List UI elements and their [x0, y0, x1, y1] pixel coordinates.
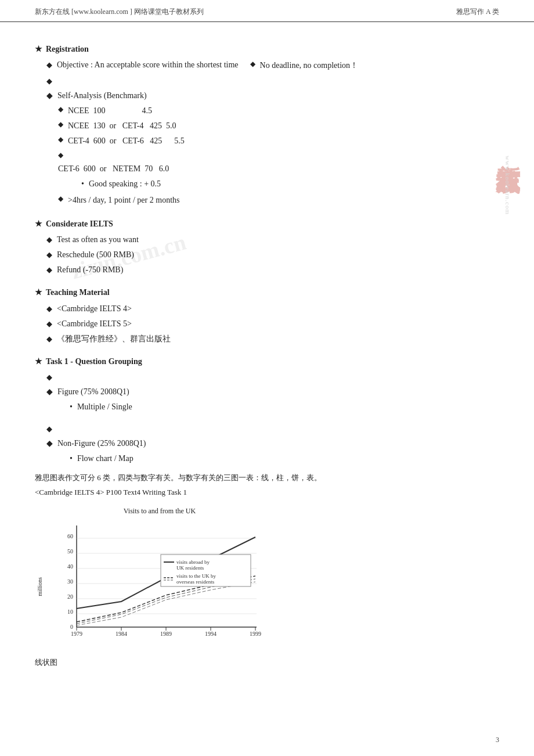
page-number: 3: [496, 736, 499, 744]
list-item: ◆ Figure (75% 2008Q1) Multiple / Single: [35, 370, 499, 415]
svg-text:1989: 1989: [160, 631, 172, 637]
svg-text:overseas residents: overseas residents: [176, 579, 215, 585]
list-item: CET-4 600 or CET-6 425 5.5: [58, 134, 185, 148]
header-left: 新东方在线 [www.koolearn.com ] 网络课堂电子教材系列: [35, 7, 204, 17]
chart-container: Visits to and from the UK millions 0 10 …: [35, 505, 284, 654]
task1-nonfigure-list: ◆ Non-Figure (25% 2008Q1) Flow chart / M…: [35, 422, 499, 466]
list-item: Test as often as you want: [35, 232, 499, 247]
chart-reference: <Cambridge IELTS 4> P100 Text4 Writing T…: [35, 485, 499, 499]
svg-text:50: 50: [67, 548, 73, 555]
list-item: Multiple / Single: [70, 399, 132, 414]
list-item: 《雅思写作胜经》、群言出版社: [35, 332, 499, 346]
section-considerate: ★ Considerate IELTS: [35, 217, 499, 231]
svg-text:1984: 1984: [116, 631, 127, 637]
chart-description: 雅思图表作文可分 6 类，四类与数字有关。与数字有关的三图一表：线，柱，饼，表。: [35, 471, 499, 484]
list-item: ◆ Non-Figure (25% 2008Q1) Flow chart / M…: [35, 422, 499, 466]
considerate-list: Test as often as you want Reschedule (50…: [35, 232, 499, 278]
list-item: NCEE 100 4.5: [58, 103, 185, 118]
svg-text:30: 30: [67, 578, 73, 585]
svg-text:10: 10: [67, 609, 73, 615]
svg-text:1999: 1999: [250, 631, 261, 637]
main-content: ★ Registration Objective : An acceptable…: [0, 22, 534, 681]
self-analysis-list: ◆ Self-Analysis (Benchmark) NCEE 100 4.5…: [35, 74, 499, 208]
svg-text:1979: 1979: [71, 631, 82, 637]
list-item: Reschedule (500 RMB): [35, 247, 499, 262]
task1-list: ◆ Figure (75% 2008Q1) Multiple / Single: [35, 370, 499, 415]
list-item: Objective : An acceptable score within t…: [35, 57, 499, 73]
svg-text:60: 60: [67, 533, 73, 539]
svg-text:visits to the UK by: visits to the UK by: [176, 573, 217, 579]
section-task1: ★ Task 1 - Question Grouping: [35, 354, 499, 369]
svg-text:20: 20: [67, 593, 73, 600]
list-item: ◆ Self-Analysis (Benchmark) NCEE 100 4.5…: [35, 74, 499, 208]
chart-title: Visits to and from the UK: [35, 505, 284, 518]
teaching-list: <Cambridge IELTS 4> <Cambridge IELTS 5> …: [35, 301, 499, 347]
chart-area: millions 0 10 20 30 40 50 60: [35, 520, 284, 653]
list-item: Refund (-750 RMB): [35, 262, 499, 277]
svg-text:40: 40: [67, 563, 73, 570]
list-item: CET-6 600 or NETEM 70 6.0 Good speaking …: [58, 149, 185, 192]
section-registration: ★ Registration: [35, 42, 499, 56]
list-item: NCEE 130 or CET-4 425 5.0: [58, 118, 185, 133]
header-right: 雅思写作 A 类: [456, 7, 499, 17]
list-item: Flow chart / Map: [70, 451, 134, 466]
list-item: >4hrs / day, 1 point / per 2 months: [58, 193, 179, 207]
y-axis-label: millions: [35, 577, 45, 596]
page-header: 新东方在线 [www.koolearn.com ] 网络课堂电子教材系列 雅思写…: [0, 0, 534, 22]
list-item: Good speaking : + 0.5: [81, 177, 161, 191]
section-teaching: ★ Teaching Material: [35, 285, 499, 300]
chart-caption: 线状图: [35, 656, 499, 669]
svg-text:0: 0: [70, 624, 73, 630]
list-item: No deadline, no completion！: [250, 58, 359, 73]
chart-svg: 0 10 20 30 40 50 60 1979 1984 1989 1994: [48, 520, 268, 653]
svg-text:UK residents: UK residents: [176, 565, 204, 571]
registration-list: Objective : An acceptable score within t…: [35, 57, 499, 73]
list-item: <Cambridge IELTS 4>: [35, 301, 499, 316]
list-item: <Cambridge IELTS 5>: [35, 316, 499, 331]
svg-text:1994: 1994: [205, 631, 217, 637]
svg-text:visits abroad by: visits abroad by: [176, 559, 210, 565]
